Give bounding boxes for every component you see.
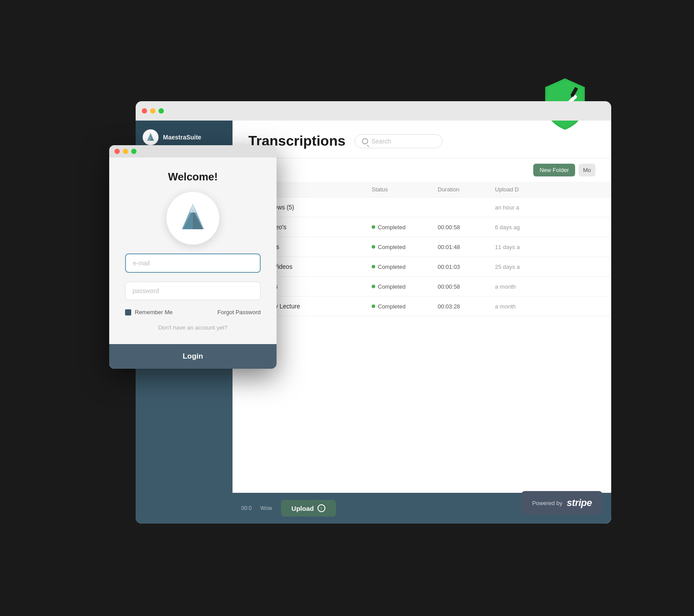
cell-duration: 00:03:28 [438, 303, 495, 310]
cell-duration: 00:00:58 [438, 283, 495, 290]
minimize-button[interactable] [123, 149, 128, 154]
stripe-badge: Powered by stripe [521, 491, 602, 515]
welcome-title: Welcome! [168, 171, 218, 183]
cell-upload: a month [495, 283, 561, 290]
close-button[interactable] [114, 149, 120, 154]
cell-upload: 25 days a [495, 264, 561, 270]
new-folder-button[interactable]: New Folder [533, 164, 575, 176]
stripe-logo: stripe [567, 497, 592, 509]
col-duration: Duration [438, 186, 495, 193]
powered-by-text: Powered by [532, 500, 562, 506]
bg-minimize-button[interactable] [150, 108, 155, 114]
remember-me-checkbox[interactable] [125, 309, 131, 315]
table-header: Name Status Duration Upload D [233, 182, 611, 198]
cell-status: Completed [372, 224, 438, 231]
table-row[interactable]: TV Show's Completed 00:00:58 a month [233, 277, 611, 297]
search-placeholder: Search [372, 138, 391, 145]
cell-upload: an hour a [495, 204, 561, 211]
more-button[interactable]: Mo [579, 164, 595, 176]
login-options: Remember Me Forgot Password [125, 309, 261, 315]
remember-me-group: Remember Me [125, 309, 173, 315]
bottom-text2: Wow [260, 505, 272, 511]
maximize-button[interactable] [131, 149, 137, 154]
status-dot [372, 265, 375, 268]
login-footer: Login [109, 344, 277, 369]
table-row[interactable]: Astronomy Lecture Completed 00:03:28 a m… [233, 297, 611, 316]
login-titlebar [109, 145, 277, 158]
cell-upload: 6 days ag [495, 224, 561, 231]
status-dot [372, 225, 375, 229]
col-upload: Upload D [495, 186, 561, 193]
status-dot [372, 245, 375, 249]
table-row[interactable]: Interviews (5) an hour a [233, 198, 611, 217]
password-field[interactable] [125, 282, 261, 300]
login-body: Welcome! Remember Me [109, 158, 277, 344]
remember-me-label: Remember Me [135, 309, 173, 315]
cell-status: Completed [372, 244, 438, 250]
no-account-text: Don't have an account yet? [158, 324, 227, 331]
cell-status: Completed [372, 264, 438, 270]
table-row[interactable]: Math Class Completed 00:01:48 11 days a [233, 237, 611, 257]
sidebar-app-name: MaestraSuite [163, 134, 201, 141]
toolbar: New Folder Mo [233, 158, 611, 182]
sidebar-logo [143, 129, 159, 145]
search-icon [362, 138, 368, 144]
search-box[interactable]: Search [354, 134, 443, 148]
main-content: Transcriptions Search New Folder Mo Name… [233, 121, 611, 524]
logo-circle [166, 192, 219, 245]
cell-status: Completed [372, 303, 438, 310]
cell-upload: 11 days a [495, 244, 561, 250]
table: Name Status Duration Upload D Interviews… [233, 182, 611, 493]
col-status: Status [372, 186, 438, 193]
forgot-password-link[interactable]: Forgot Password [218, 309, 261, 315]
bottom-text: 00:0 [241, 505, 251, 511]
status-dot [372, 304, 375, 308]
login-button[interactable]: Login [109, 344, 277, 369]
bg-close-button[interactable] [142, 108, 147, 114]
upload-arrow-icon: ↑ [317, 504, 325, 512]
bg-maximize-button[interactable] [159, 108, 164, 114]
bg-window-titlebar [136, 101, 611, 121]
cell-duration: 00:00:58 [438, 224, 495, 231]
cell-status: Completed [372, 283, 438, 290]
upload-button[interactable]: Upload ↑ [281, 500, 336, 517]
login-window: Welcome! Remember Me [109, 145, 277, 369]
cell-upload: a month [495, 303, 561, 310]
table-row[interactable]: Cover Video's Completed 00:00:58 6 days … [233, 217, 611, 237]
email-field[interactable] [125, 253, 261, 273]
table-row[interactable]: Vacation Videos Completed 00:01:03 25 da… [233, 257, 611, 277]
cell-duration: 00:01:03 [438, 264, 495, 270]
cell-duration: 00:01:48 [438, 244, 495, 250]
status-dot [372, 285, 375, 288]
